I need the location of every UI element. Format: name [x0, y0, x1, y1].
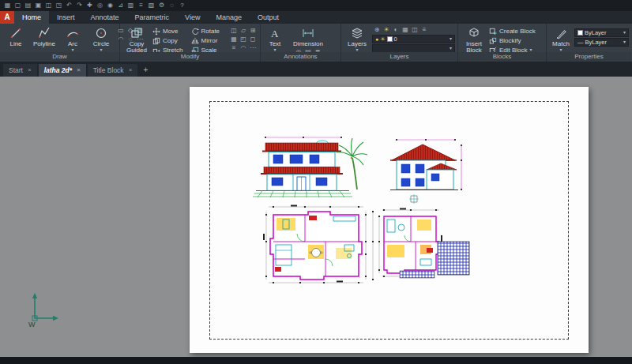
ribbon-tab-insert[interactable]: Insert — [49, 11, 83, 24]
layer-more-icon[interactable]: ≡ — [419, 26, 429, 34]
move-tool[interactable]: Move — [152, 27, 190, 36]
doc-tab-start[interactable]: Start × — [3, 64, 37, 77]
chevron-down-icon: ▾ — [623, 40, 626, 44]
panel-annotations: A Text ▾ Dimension ◎ ▤ ≣ Annotation — [261, 24, 341, 62]
layout-paper[interactable] — [190, 87, 589, 353]
undo-icon[interactable]: ↶ — [64, 1, 74, 10]
chevron-down-icon: ▾ — [623, 31, 626, 35]
measure-icon[interactable]: ⊿ — [115, 1, 126, 10]
mirror-tool[interactable]: Mirror — [191, 36, 228, 45]
properties-palette-icon[interactable]: ▧ — [146, 1, 156, 10]
doc-tab-latha-2d[interactable]: latha 2d* × — [39, 64, 86, 77]
layer-sun-icon: ☀ — [380, 36, 385, 43]
text-icon: A — [269, 27, 281, 39]
insert-block-tool[interactable]: Insert Block — [461, 25, 487, 54]
open-icon[interactable]: ▤ — [23, 1, 33, 10]
document-tab-bar: Start × latha 2d* × Title Block × + — [0, 62, 632, 77]
copy-guided-tool[interactable]: Copy Guided — [122, 25, 151, 54]
panel-label-draw[interactable]: Draw — [0, 52, 119, 62]
layer-bulb-icon: ● — [375, 36, 378, 42]
insert-block-icon — [468, 27, 480, 39]
ribbon-tab-parametric[interactable]: Parametric — [127, 11, 178, 24]
close-icon[interactable]: × — [129, 64, 133, 77]
more-modify-icon[interactable]: ⋯ — [248, 44, 258, 52]
chevron-down-icon: ▾ — [450, 37, 452, 41]
ribbon-tab-output[interactable]: Output — [250, 11, 287, 24]
status-bar — [0, 357, 632, 364]
object-color-swatch — [577, 30, 583, 36]
offset-icon[interactable]: ◰ — [239, 36, 248, 43]
blockify-icon — [489, 37, 497, 45]
layer-lock-icon[interactable]: ▦ — [401, 26, 410, 34]
match-properties-tool[interactable]: Match ▾ — [549, 25, 573, 52]
text-tool[interactable]: A Text ▾ — [263, 25, 287, 52]
orbit-icon[interactable]: ◉ — [105, 1, 115, 10]
help-icon[interactable]: ? — [177, 1, 187, 10]
rotate-tool[interactable]: Rotate — [191, 27, 228, 36]
plot-icon[interactable]: ◳ — [54, 1, 64, 10]
ribbon-tab-manage[interactable]: Manage — [208, 11, 250, 24]
app-menu-icon[interactable]: ▦ — [2, 1, 13, 10]
panel-label-blocks[interactable]: Blocks — [458, 52, 546, 62]
side-elevation — [390, 139, 462, 190]
redo-icon[interactable]: ↷ — [74, 1, 85, 10]
layer-color-icon[interactable]: ◫ — [410, 26, 419, 34]
linetype-line-icon: — — [577, 39, 584, 46]
workspace-gear-icon[interactable]: ⚙ — [156, 1, 167, 10]
ribbon: Line Polyline Arc ▾ Circle ▾ — [0, 24, 632, 62]
dimension-icon — [302, 27, 314, 39]
search-icon[interactable]: ◌ — [167, 1, 177, 10]
panel-label-properties[interactable]: Properties — [547, 52, 631, 62]
layers-list-icon[interactable]: ≡ — [136, 1, 146, 10]
close-icon[interactable]: × — [28, 64, 32, 77]
layer-dropdown[interactable]: ● ☀ 0 ▾ — [372, 35, 455, 43]
erase-icon[interactable]: ◫ — [229, 27, 239, 35]
zoom-icon[interactable]: ◎ — [95, 1, 105, 10]
array-icon[interactable]: ▦ — [229, 36, 239, 43]
save-icon[interactable]: ▣ — [33, 1, 43, 10]
panel-layers: Layers ▾ ⊕ ☀ ◐ ▦ ◫ ≡ ● ☀ — [341, 24, 458, 62]
floor-plan-right — [372, 208, 442, 281]
polyline-tool[interactable]: Polyline — [31, 25, 58, 47]
layers-button[interactable]: Layers ▾ — [344, 25, 371, 52]
panel-label-modify[interactable]: Modify — [120, 52, 260, 62]
fillet-icon[interactable]: ⊞ — [248, 27, 258, 35]
autocad-logo[interactable]: A — [0, 11, 14, 24]
layer-on-icon[interactable]: ☀ — [382, 26, 391, 34]
save-as-icon[interactable]: ◫ — [43, 1, 54, 10]
ribbon-tab-home[interactable]: Home — [14, 11, 49, 24]
mirror-icon — [191, 37, 199, 45]
ribbon-tab-view[interactable]: View — [177, 11, 208, 24]
layer-color-swatch — [387, 36, 393, 42]
layer-state-icon[interactable]: ⊕ — [372, 26, 382, 34]
ribbon-tab-annotate[interactable]: Annotate — [83, 11, 127, 24]
panel-draw: Line Polyline Arc ▾ Circle ▾ — [0, 24, 120, 62]
close-icon[interactable]: × — [77, 64, 81, 77]
new-drawing-icon[interactable]: ▢ — [13, 1, 23, 10]
object-color-dropdown[interactable]: ByLayer ▾ — [574, 28, 629, 37]
doc-tab-title-block[interactable]: Title Block × — [88, 64, 138, 77]
explode-icon[interactable]: ▱ — [239, 27, 248, 35]
blockify-tool[interactable]: Blockify — [489, 36, 536, 45]
layer-freeze-icon[interactable]: ◐ — [391, 26, 401, 34]
pan-icon[interactable]: ✚ — [85, 1, 95, 10]
lengthen-icon[interactable]: ≡ — [229, 44, 239, 52]
trim-icon[interactable]: ◻ — [248, 36, 258, 43]
linetype-dropdown[interactable]: — ByLayer ▾ — [574, 38, 629, 47]
drawing-canvas[interactable]: W — [0, 77, 632, 357]
sheet-set-icon[interactable]: ▥ — [126, 1, 136, 10]
panel-modify: Copy Guided Move Copy Stretch — [120, 24, 261, 62]
panel-label-layers[interactable]: Layers — [341, 52, 457, 62]
create-block-tool[interactable]: Create Block — [489, 27, 536, 36]
dimension-tool[interactable]: Dimension — [288, 25, 328, 47]
arc-tool[interactable]: Arc ▾ — [59, 25, 86, 52]
new-tab-button[interactable]: + — [139, 64, 152, 77]
circle-icon — [95, 27, 107, 39]
circle-tool[interactable]: Circle ▾ — [88, 25, 115, 52]
line-tool[interactable]: Line — [2, 25, 29, 47]
panel-label-annotations[interactable]: Annotations — [261, 52, 340, 62]
copy-tool[interactable]: Copy — [152, 36, 190, 45]
break-icon[interactable]: ◠ — [239, 44, 248, 52]
titlebar: ▦ ▢ ▤ ▣ ◫ ◳ ↶ ↷ ✚ ◎ ◉ ⊿ ▥ ≡ ▧ ⚙ ◌ ? — [0, 0, 632, 11]
match-brush-icon — [555, 27, 567, 39]
